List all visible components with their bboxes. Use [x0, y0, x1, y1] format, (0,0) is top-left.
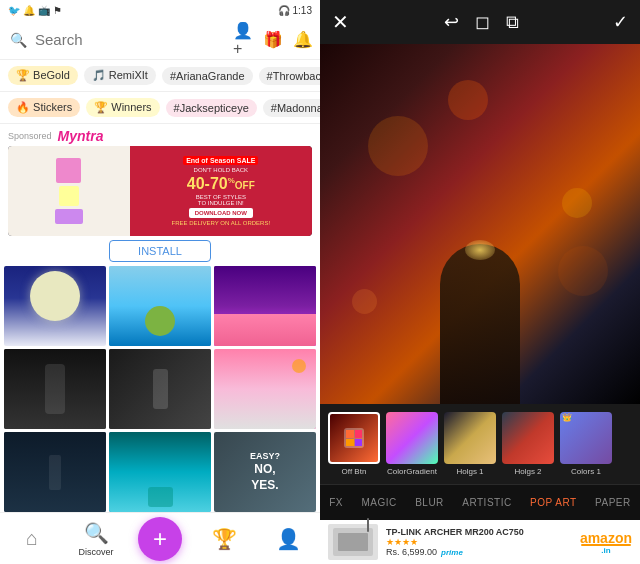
hashtag-stickers[interactable]: 🔥 Stickers [8, 98, 80, 117]
undo-icon[interactable]: ↩ [444, 11, 459, 33]
grid-row-3: EASY?NO,YES. [4, 432, 316, 512]
trophy-icon: 🏆 [212, 527, 237, 551]
tv-icon: 📺 [38, 5, 50, 16]
ad-headline: DON'T HOLD BACK [194, 167, 248, 175]
flag-icon: ⚑ [53, 5, 62, 16]
filter-label-cg: ColorGradient [387, 467, 437, 476]
product-price: Rs. 6,599.00 [386, 547, 437, 557]
discover-label: Discover [78, 547, 113, 557]
close-icon[interactable]: ✕ [332, 10, 349, 34]
search-icon: 🔍 [10, 32, 27, 48]
status-bar: 🐦 🔔 📺 ⚑ 🎧 1:13 [0, 0, 320, 20]
editor-photo [320, 44, 640, 404]
tab-blur[interactable]: BLUR [411, 497, 448, 508]
filter-label-c1: Colors 1 [571, 467, 601, 476]
hashtag-begold[interactable]: 🏆 BeGold [8, 66, 78, 85]
product-name: TP-LINK ARCHER MR200 AC750 [386, 527, 572, 537]
left-panel: 🐦 🔔 📺 ⚑ 🎧 1:13 🔍 👤+ 🎁 🔔 🏆 BeGold 🎵 RemiX… [0, 0, 320, 564]
install-button[interactable]: INSTALL [109, 240, 211, 262]
tab-artistic[interactable]: ARTISTIC [458, 497, 515, 508]
search-bar: 🔍 👤+ 🎁 🔔 [0, 20, 320, 60]
ad-product-info: TP-LINK ARCHER MR200 AC750 ★★★★ Rs. 6,59… [386, 527, 572, 557]
status-left-icons: 🐦 🔔 📺 ⚑ [8, 5, 62, 16]
sale-badge: End of Season SALE [183, 156, 258, 165]
hashtag-ariana[interactable]: #ArianaGrande [162, 67, 253, 85]
grid-item-float[interactable] [109, 266, 211, 346]
check-icon[interactable]: ✓ [613, 11, 628, 33]
time-display: 1:13 [293, 5, 312, 16]
hashtag-remsxit[interactable]: 🎵 RemiXIt [84, 66, 156, 85]
eraser-icon[interactable]: ◻ [475, 11, 490, 33]
ad-download-btn[interactable]: DOWNLOAD NOW [189, 208, 253, 218]
filter-off-btn[interactable]: Off Btn [328, 412, 380, 476]
grid-item-portrait[interactable] [4, 349, 106, 429]
content-area: Sponsored Myntra End of Season SALE DON'… [0, 124, 320, 512]
tab-fx[interactable]: FX [325, 497, 347, 508]
editor-main-image [320, 44, 640, 404]
right-panel: ✕ ↩ ◻ ⧉ ✓ [320, 0, 640, 564]
ad-image [8, 146, 130, 236]
filter-strip: Off Btn ColorGradient Holgs 1 Holgs 2 👑 … [320, 404, 640, 484]
profile-icon: 👤 [276, 527, 301, 551]
router-image [328, 524, 378, 560]
status-right-icons: 🎧 1:13 [278, 5, 312, 16]
prime-label: prime [441, 548, 463, 557]
amazon-logo-wrap: amazon .in [580, 530, 632, 555]
ad-free-delivery: FREE DELIVERY ON ALL ORDERS! [172, 220, 271, 226]
product-stars: ★★★★ [386, 537, 418, 547]
hashtag-jacksepticeye[interactable]: #Jacksepticeye [166, 99, 257, 117]
filter-label-h2: Holgs 2 [514, 467, 541, 476]
editor-top-icons: ↩ ◻ ⧉ [444, 11, 519, 33]
nav-profile[interactable]: 👤 [256, 527, 320, 551]
ad-text: End of Season SALE DON'T HOLD BACK 40-70… [130, 146, 312, 236]
ad-sub: BEST OF STYLESTO INDULGE IN! [196, 194, 246, 206]
hashtag-winners[interactable]: 🏆 Winners [86, 98, 159, 117]
install-button-wrap: INSTALL [0, 240, 320, 262]
grid-item-pink[interactable] [214, 349, 316, 429]
ad-banner-top: Sponsored Myntra [0, 124, 320, 146]
home-icon: ⌂ [26, 527, 38, 550]
editor-topbar: ✕ ↩ ◻ ⧉ ✓ [320, 0, 640, 44]
grid-item-dark[interactable] [4, 432, 106, 512]
discover-icon: 🔍 [84, 521, 109, 545]
nav-discover[interactable]: 🔍 Discover [64, 521, 128, 557]
filter-colors-1[interactable]: 👑 Colors 1 [560, 412, 612, 476]
grid-item-text[interactable]: EASY?NO,YES. [214, 432, 316, 512]
bottom-nav: ⌂ 🔍 Discover + 🏆 👤 [0, 512, 320, 564]
fab-button[interactable]: + [138, 517, 182, 561]
notifications-icon[interactable]: 🔔 [293, 30, 313, 49]
tab-paper[interactable]: PAPER [591, 497, 635, 508]
add-user-icon[interactable]: 👤+ [233, 21, 253, 58]
filter-color-gradient[interactable]: ColorGradient [386, 412, 438, 476]
ad-content-block[interactable]: End of Season SALE DON'T HOLD BACK 40-70… [8, 146, 312, 236]
amazon-ad-banner[interactable]: TP-LINK ARCHER MR200 AC750 ★★★★ Rs. 6,59… [320, 520, 640, 564]
twitter-icon: 🐦 [8, 5, 20, 16]
nav-trophy[interactable]: 🏆 [192, 527, 256, 551]
sponsored-label: Sponsored [8, 131, 52, 141]
notification-icon: 🔔 [23, 5, 35, 16]
amazon-prime-label: .in [601, 546, 610, 555]
grid-item-bw[interactable] [109, 349, 211, 429]
nav-home[interactable]: ⌂ [0, 527, 64, 550]
nav-fab[interactable]: + [128, 517, 192, 561]
gift-icon[interactable]: 🎁 [263, 30, 283, 49]
image-grid: EASY?NO,YES. [0, 266, 320, 512]
grid-item-purple[interactable] [214, 266, 316, 346]
grid-row-1 [4, 266, 316, 346]
editor-tabs: FX MAGIC BLUR ARTISTIC POP ART PAPER [320, 484, 640, 520]
tab-magic[interactable]: MAGIC [357, 497, 400, 508]
filter-holgs-1[interactable]: Holgs 1 [444, 412, 496, 476]
search-input[interactable] [35, 31, 225, 48]
grid-item-ocean[interactable] [109, 432, 211, 512]
tab-pop-art[interactable]: POP ART [526, 497, 580, 508]
hashtags-row-1: 🏆 BeGold 🎵 RemiXIt #ArianaGrande #Throwb… [0, 60, 320, 92]
search-action-icons: 👤+ 🎁 🔔 [233, 21, 313, 58]
hashtag-madonna[interactable]: #Madonna [263, 99, 320, 117]
grid-item-clouds[interactable] [4, 266, 106, 346]
hashtags-row-2: 🔥 Stickers 🏆 Winners #Jacksepticeye #Mad… [0, 92, 320, 124]
headphone-icon: 🎧 [278, 5, 290, 16]
filter-label-off: Off Btn [342, 467, 367, 476]
copy-icon[interactable]: ⧉ [506, 12, 519, 33]
filter-holgs-2[interactable]: Holgs 2 [502, 412, 554, 476]
hashtag-tbt[interactable]: #ThrowbackThursday [259, 67, 320, 85]
